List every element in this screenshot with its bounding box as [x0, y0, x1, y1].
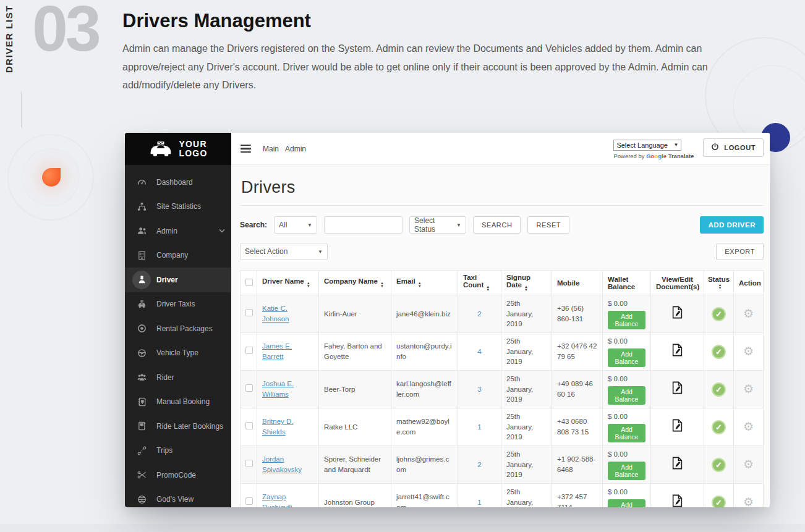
- add-balance-button[interactable]: Add Balance: [608, 424, 645, 442]
- row-checkbox[interactable]: [245, 309, 253, 316]
- sidebar-item-label: Rental Packages: [156, 324, 213, 333]
- add-balance-button[interactable]: Add Balance: [608, 311, 645, 329]
- cell-checkbox: [241, 408, 257, 446]
- add-driver-button[interactable]: ADD DRIVER: [700, 216, 764, 234]
- logo-text: YOUR LOGO: [179, 140, 207, 158]
- column-header-taxi-count[interactable]: Taxi Count▲▼: [458, 271, 501, 295]
- cell-mobile: +36 (56) 860-131: [552, 295, 603, 333]
- status-approved-icon[interactable]: ✓: [712, 382, 726, 397]
- add-balance-button[interactable]: Add Balance: [608, 462, 645, 480]
- column-header-email[interactable]: Email▲▼: [391, 271, 458, 295]
- driver-name-link[interactable]: Joshua E. Williams: [262, 380, 294, 398]
- sidebar-item-god-s-view[interactable]: God's View: [125, 488, 231, 508]
- row-checkbox[interactable]: [245, 460, 253, 467]
- sidebar-item-admin[interactable]: Admin: [125, 219, 231, 243]
- row-checkbox[interactable]: [245, 497, 253, 505]
- sort-icon[interactable]: ▲▼: [524, 285, 528, 292]
- status-approved-icon[interactable]: ✓: [712, 496, 726, 507]
- taxi-count-link[interactable]: 4: [477, 348, 481, 355]
- sort-icon[interactable]: ▲▼: [380, 282, 384, 288]
- settings-gear-icon[interactable]: ⚙: [743, 458, 754, 470]
- sidebar-item-label: Rider: [156, 373, 174, 382]
- row-checkbox[interactable]: [245, 384, 253, 392]
- column-header-signup-date[interactable]: Signup Date▲▼: [501, 271, 552, 295]
- view-edit-document-button[interactable]: [671, 306, 684, 319]
- cell-action: ⚙: [734, 295, 764, 333]
- export-button[interactable]: EXPORT: [716, 243, 764, 260]
- add-balance-button[interactable]: Add Balance: [608, 348, 645, 367]
- breadcrumb-main[interactable]: Main: [263, 145, 279, 153]
- status-approved-icon[interactable]: ✓: [712, 420, 726, 434]
- driver-name-link[interactable]: Jordan Spivakovsky: [262, 455, 302, 473]
- settings-gear-icon[interactable]: ⚙: [743, 496, 754, 507]
- cell-driver-name: Britney D. Shields: [257, 408, 319, 446]
- taxi-count-link[interactable]: 1: [477, 499, 481, 506]
- status-approved-icon[interactable]: ✓: [712, 345, 726, 359]
- hamburger-menu-icon[interactable]: [239, 142, 252, 156]
- cell-mobile: +372 457 7114: [552, 484, 603, 507]
- view-edit-document-button[interactable]: [671, 344, 684, 357]
- sort-icon[interactable]: ▲▼: [307, 282, 310, 288]
- sidebar-item-ride-later-bookings[interactable]: Ride Later Bookings: [125, 414, 231, 439]
- taxi-count-link[interactable]: 2: [477, 310, 481, 318]
- table-row: Zaynap RushisviliJohnston Groupjarrett41…: [241, 484, 764, 507]
- bulk-action-select[interactable]: Select Action▼: [240, 243, 328, 260]
- add-balance-button[interactable]: Add Balance: [608, 386, 645, 405]
- sidebar-item-promocode[interactable]: PromoCode: [125, 463, 231, 488]
- search-button[interactable]: SEARCH: [473, 216, 521, 234]
- search-input[interactable]: [324, 216, 402, 234]
- settings-gear-icon[interactable]: ⚙: [743, 421, 754, 433]
- sort-icon[interactable]: ▲▼: [718, 284, 722, 290]
- sidebar-item-rental-packages[interactable]: Rental Packages: [125, 316, 231, 341]
- settings-gear-icon[interactable]: ⚙: [743, 345, 754, 357]
- cell-checkbox: [241, 446, 257, 484]
- column-header-status[interactable]: Status▲▼: [704, 271, 734, 295]
- sort-icon[interactable]: ▲▼: [486, 285, 490, 292]
- taxi-count-link[interactable]: 1: [477, 423, 481, 431]
- sidebar-item-company[interactable]: Company: [125, 243, 231, 268]
- breadcrumb: Main Admin: [263, 145, 306, 153]
- cell-email: karl.langosh@leffler.com: [391, 371, 458, 408]
- status-select[interactable]: Select Status▼: [409, 216, 466, 234]
- driver-name-link[interactable]: Britney D. Shields: [262, 418, 294, 436]
- view-edit-document-button[interactable]: [671, 381, 684, 394]
- language-select[interactable]: Select Language▼: [613, 140, 681, 151]
- settings-gear-icon[interactable]: ⚙: [743, 308, 754, 319]
- driver-name-link[interactable]: James E. Barrett: [262, 342, 292, 360]
- sidebar-item-driver-taxis[interactable]: Driver Taxis: [125, 292, 231, 317]
- breadcrumb-admin[interactable]: Admin: [285, 145, 306, 153]
- driver-name-link[interactable]: Katie C. Johnson: [262, 305, 289, 323]
- status-approved-icon[interactable]: ✓: [712, 458, 726, 472]
- select-arrow-icon: ▼: [307, 222, 312, 228]
- cell-mobile: +43 0680 808 73 15: [552, 408, 603, 446]
- sidebar-item-dashboard[interactable]: Dashboard: [125, 170, 231, 195]
- search-field-select[interactable]: All▼: [274, 216, 317, 234]
- sidebar-item-driver[interactable]: Driver: [125, 268, 231, 292]
- driver-name-link[interactable]: Zaynap Rushisvili: [262, 493, 292, 507]
- view-edit-document-button[interactable]: [671, 494, 684, 507]
- row-checkbox[interactable]: [245, 347, 253, 354]
- status-approved-icon[interactable]: ✓: [712, 307, 726, 321]
- sidebar-item-manual-booking[interactable]: Manual Booking: [125, 390, 231, 415]
- taxi-count-link[interactable]: 3: [477, 386, 481, 393]
- main-area: Main Admin Select Language▼ Powered by G…: [231, 133, 770, 507]
- view-edit-document-button[interactable]: [671, 419, 684, 432]
- sidebar-item-site-statistics[interactable]: Site Statistics: [125, 195, 231, 219]
- sidebar-item-rider[interactable]: Rider: [125, 365, 231, 390]
- column-header-driver-name[interactable]: Driver Name▲▼: [257, 271, 319, 295]
- cell-company-name: Sporer, Schneider and Marquardt: [319, 446, 391, 484]
- taxi-count-link[interactable]: 2: [477, 461, 481, 468]
- sort-icon[interactable]: ▲▼: [418, 282, 422, 288]
- view-edit-document-button[interactable]: [671, 457, 684, 470]
- settings-gear-icon[interactable]: ⚙: [743, 383, 754, 395]
- sidebar-item-trips[interactable]: Trips: [125, 439, 231, 463]
- logout-button[interactable]: LOGOUT: [703, 138, 764, 157]
- add-balance-button[interactable]: Add Balance: [608, 499, 645, 507]
- row-checkbox[interactable]: [245, 422, 253, 429]
- reset-button[interactable]: RESET: [527, 216, 569, 234]
- column-header-company-name[interactable]: Company Name▲▼: [319, 271, 391, 295]
- cell-checkbox: [241, 333, 257, 371]
- sidebar-item-vehicle-type[interactable]: Vehicle Type: [125, 341, 231, 366]
- cell-status: ✓: [704, 408, 734, 446]
- select-all-checkbox[interactable]: [245, 279, 253, 286]
